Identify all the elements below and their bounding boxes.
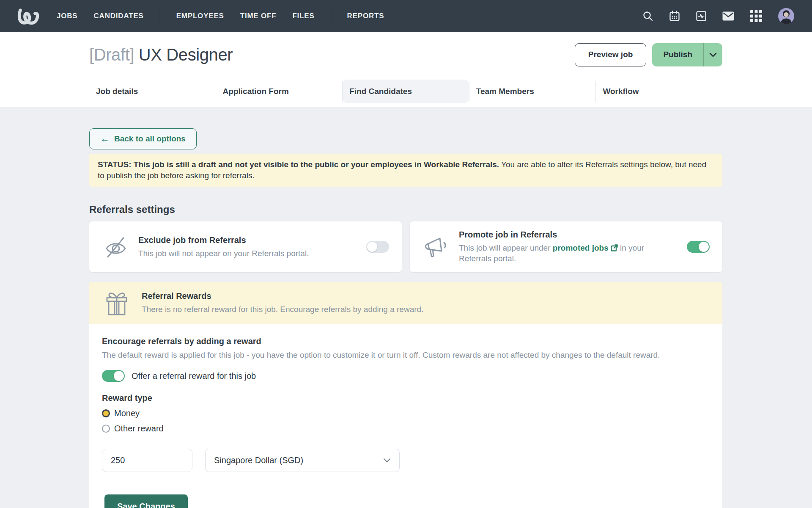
rewards-banner-title: Referral Rewards — [142, 291, 707, 301]
nav-item-time-off[interactable]: TIME OFF — [240, 12, 277, 20]
publish-button[interactable]: Publish — [652, 43, 703, 66]
back-to-all-options-button[interactable]: ← Back to all options — [89, 128, 197, 149]
nav-item-reports[interactable]: REPORTS — [347, 12, 384, 20]
external-link-icon — [611, 244, 618, 251]
nav-utility-icons — [642, 8, 794, 24]
promoted-jobs-link-label: promoted jobs — [553, 243, 609, 252]
promote-card-title: Promote job in Referrals — [459, 230, 678, 240]
toggle-knob — [699, 242, 709, 252]
gift-icon — [104, 290, 129, 317]
exclude-job-toggle[interactable] — [366, 241, 389, 253]
back-button-label: Back to all options — [114, 134, 186, 144]
referrals-settings-heading: Referrals settings — [89, 204, 722, 215]
job-header: [Draft] UX Designer Preview job Publish … — [0, 32, 812, 107]
radio-selected-icon[interactable] — [102, 409, 110, 417]
megaphone-icon — [422, 233, 450, 260]
nav-item-employees[interactable]: EMPLOYEES — [176, 12, 224, 20]
search-icon[interactable] — [642, 11, 653, 22]
chevron-down-icon — [709, 52, 717, 57]
referral-rewards-banner: Referral Rewards There is no referral re… — [89, 282, 722, 324]
promote-job-toggle[interactable] — [687, 241, 710, 253]
job-tabs: Job details Application Form Find Candid… — [89, 80, 722, 103]
offer-reward-toggle[interactable] — [102, 370, 125, 382]
tab-team-members[interactable]: Team Members — [469, 80, 596, 103]
exclude-card-title: Exclude job from Referrals — [138, 235, 358, 245]
referrals-content: ← Back to all options STATUS: This job i… — [0, 107, 812, 508]
promote-card-description: This job will appear under promoted jobs… — [459, 243, 678, 264]
eye-off-icon — [102, 233, 130, 260]
arrow-left-icon: ← — [100, 134, 110, 144]
draft-label: [Draft] — [89, 45, 134, 64]
exclude-job-card: Exclude job from Referrals This job will… — [89, 221, 402, 272]
apps-grid-icon[interactable] — [750, 10, 763, 22]
nav-item-files[interactable]: FILES — [292, 12, 314, 20]
header-actions: Preview job Publish — [575, 43, 722, 66]
promoted-jobs-link[interactable]: promoted jobs — [553, 243, 618, 252]
promote-desc-before: This job will appear under — [459, 243, 553, 252]
publish-dropdown-button[interactable] — [703, 43, 722, 66]
page-title: [Draft] UX Designer — [89, 45, 233, 64]
reward-amount-input[interactable] — [102, 449, 192, 472]
reward-type-label: Reward type — [102, 393, 710, 403]
radio-option-other-reward[interactable]: Other reward — [102, 424, 710, 433]
tab-job-details[interactable]: Job details — [89, 80, 216, 103]
nav-item-candidates[interactable]: CANDIDATES — [94, 12, 144, 20]
reward-section-heading: Encourage referrals by adding a reward — [102, 337, 710, 346]
tab-find-candidates[interactable]: Find Candidates — [343, 80, 469, 103]
promote-job-card: Promote job in Referrals This job will a… — [410, 221, 722, 272]
nav-menu: JOBS CANDIDATES EMPLOYEES TIME OFF FILES… — [57, 11, 384, 22]
tab-application-form[interactable]: Application Form — [216, 80, 343, 103]
save-changes-button[interactable]: Save Changes — [104, 494, 188, 508]
workable-logo-icon[interactable] — [17, 6, 41, 26]
status-banner: STATUS: This job is still a draft and no… — [89, 154, 722, 187]
exclude-card-description: This job will not appear on your Referra… — [138, 248, 358, 259]
preview-job-button[interactable]: Preview job — [575, 43, 647, 66]
reward-section-description: The default reward is applied for this j… — [102, 351, 710, 360]
activity-icon[interactable] — [696, 11, 707, 22]
nav-item-jobs[interactable]: JOBS — [57, 12, 78, 20]
tab-workflow[interactable]: Workflow — [596, 80, 722, 103]
radio-money-label: Money — [114, 409, 140, 418]
currency-select[interactable]: Singapore Dollar (SGD) — [205, 449, 400, 472]
rewards-banner-description: There is no referral reward for this job… — [142, 304, 707, 315]
mail-icon[interactable] — [722, 11, 734, 21]
chevron-down-icon — [383, 458, 391, 463]
reward-settings-panel: Encourage referrals by adding a reward T… — [89, 324, 722, 508]
offer-reward-toggle-label: Offer a referral reward for this job — [132, 371, 256, 381]
top-nav: JOBS CANDIDATES EMPLOYEES TIME OFF FILES… — [0, 0, 812, 32]
currency-select-value: Singapore Dollar (SGD) — [214, 456, 303, 465]
calendar-icon[interactable] — [669, 11, 680, 22]
radio-option-money[interactable]: Money — [102, 409, 710, 418]
job-title: UX Designer — [139, 45, 233, 64]
toggle-knob — [367, 242, 377, 252]
user-avatar[interactable] — [778, 8, 794, 24]
nav-divider — [331, 11, 331, 22]
status-banner-bold-text: STATUS: This job is still a draft and no… — [98, 160, 499, 169]
radio-unselected-icon[interactable] — [102, 425, 110, 433]
nav-divider — [160, 11, 160, 22]
radio-other-reward-label: Other reward — [114, 424, 164, 433]
publish-split-button: Publish — [652, 43, 722, 66]
toggle-knob — [114, 371, 124, 381]
